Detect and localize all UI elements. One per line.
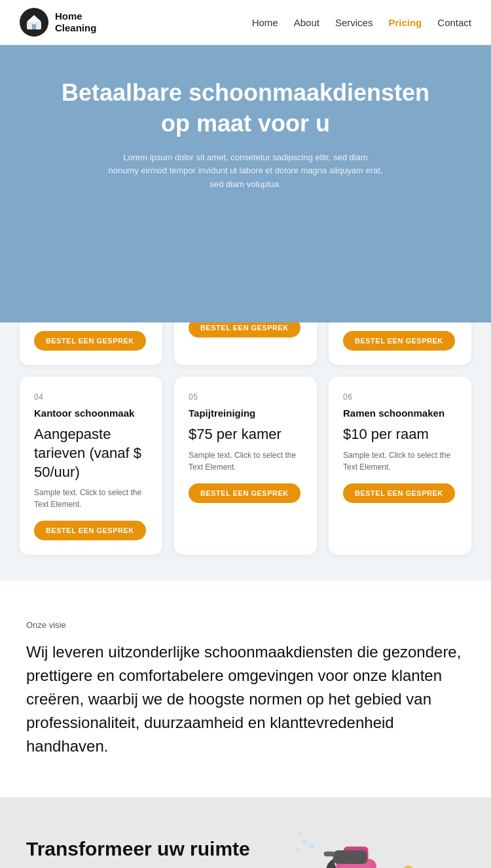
svg-point-26: [316, 838, 319, 841]
card-6-price: $10 per raam: [343, 425, 457, 444]
card-6-button[interactable]: BESTEL EEN GESPREK: [343, 483, 455, 503]
cta-image: [282, 797, 484, 868]
cta-title: Transformeer uw ruimte met onze schoonma…: [26, 836, 255, 868]
svg-marker-1: [27, 15, 41, 22]
card-5-number: 05: [189, 392, 302, 402]
main-nav: Home About Services Pricing Contact: [252, 17, 471, 28]
card-4-desc: Sample text. Click to select the Text El…: [34, 487, 148, 510]
svg-point-24: [307, 836, 310, 839]
card-6: 06 Ramen schoonmaken $10 per raam Sample…: [329, 377, 471, 555]
card-5-button[interactable]: BESTEL EEN GESPREK: [189, 483, 300, 503]
nav-services[interactable]: Services: [335, 17, 373, 28]
card-5-desc: Sample text. Click to select the Text El…: [189, 449, 302, 473]
logo-text: Home Cleaning: [55, 10, 96, 34]
svg-point-22: [302, 840, 306, 844]
vision-label: Onze visie: [26, 620, 465, 630]
hero-section: Betaalbare schoonmaakdiensten op maat vo…: [0, 45, 491, 322]
card-5-price: $75 per kamer: [189, 425, 302, 444]
svg-point-21: [309, 844, 314, 850]
logo[interactable]: Home Cleaning: [20, 8, 96, 37]
card-5: 05 Tapijtreiniging $75 per kamer Sample …: [174, 377, 317, 555]
svg-point-25: [299, 833, 302, 837]
card-1-button[interactable]: BESTEL EEN GESPREK: [34, 331, 146, 351]
hero-title: Betaalbare schoonmaakdiensten op maat vo…: [52, 78, 439, 139]
nav-contact[interactable]: Contact: [437, 17, 471, 28]
card-4: 04 Kantoor schoonmaak Aangepaste tarieve…: [20, 377, 162, 555]
svg-point-11: [398, 866, 419, 868]
card-4-title: Kantoor schoonmaak: [34, 407, 148, 420]
nav-pricing[interactable]: Pricing: [388, 17, 422, 28]
card-4-price: Aangepaste tarieven (vanaf $ 50/uur): [34, 425, 148, 481]
card-4-number: 04: [34, 392, 148, 402]
logo-icon: [20, 8, 48, 37]
nav-home[interactable]: Home: [252, 17, 278, 28]
svg-rect-18: [333, 850, 367, 864]
cta-section: Transformeer uw ruimte met onze schoonma…: [0, 797, 491, 868]
card-6-title: Ramen schoonmaken: [343, 407, 457, 420]
spray-bottle-illustration: [282, 797, 465, 868]
cta-content: Transformeer uw ruimte met onze schoonma…: [0, 797, 282, 868]
card-4-button[interactable]: BESTEL EEN GESPREK: [34, 521, 146, 540]
vision-text: Wij leveren uitzonderlijke schoonmaakdie…: [26, 640, 465, 758]
hero-description: Lorem ipsum dolor sit amet, consetetur s…: [108, 151, 383, 192]
svg-rect-20: [324, 852, 335, 857]
svg-rect-2: [32, 24, 36, 29]
svg-point-23: [297, 848, 300, 852]
card-3-button[interactable]: BESTEL EEN GESPREK: [343, 331, 455, 351]
card-6-number: 06: [343, 392, 457, 402]
nav-about[interactable]: About: [294, 17, 319, 28]
card-6-desc: Sample text. Click to select the Text El…: [343, 449, 457, 473]
site-header: Home Cleaning Home About Services Pricin…: [0, 0, 491, 45]
card-5-title: Tapijtreiniging: [189, 407, 302, 420]
vision-section: Onze visie Wij leveren uitzonderlijke sc…: [0, 581, 491, 797]
